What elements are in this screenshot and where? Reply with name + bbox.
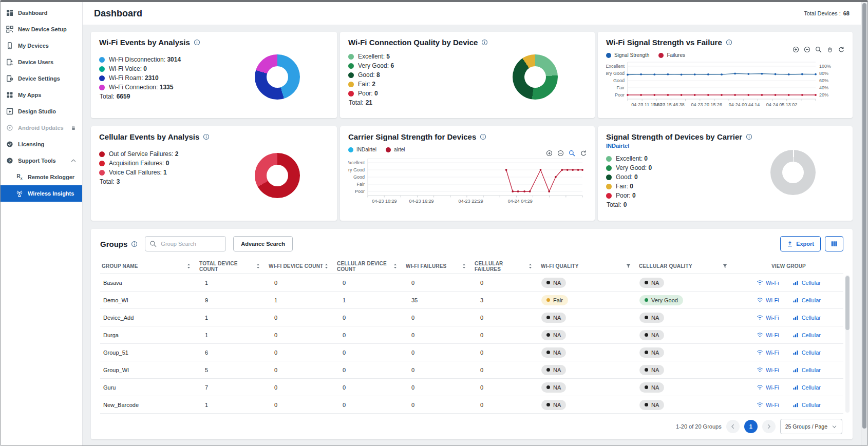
chevron-up-icon[interactable]	[70, 158, 77, 164]
zoom-in-icon[interactable]	[792, 46, 799, 53]
legend-dot	[348, 82, 354, 87]
info-icon[interactable]	[481, 39, 488, 46]
reset-icon[interactable]	[580, 150, 587, 157]
line-chart[interactable]: Excellent100%Very Good80%Good60%Fair40%P…	[606, 60, 844, 109]
table-scrollbar[interactable]	[845, 275, 850, 413]
carrier-name[interactable]: INDairtel	[606, 143, 844, 149]
window-scrollbar[interactable]	[861, 2, 867, 445]
view-cellular-link[interactable]: Cellular	[792, 349, 821, 356]
view-link-label: Wi-Fi	[766, 402, 779, 408]
wifi-icon	[757, 279, 763, 286]
scrollbar-thumb[interactable]	[845, 276, 850, 330]
cell-wifi-quality: NA	[539, 365, 637, 375]
group-search[interactable]	[145, 236, 226, 251]
svg-text:04-24 00:44:14: 04-24 00:44:14	[729, 102, 760, 107]
view-wi-fi-link[interactable]: Wi-Fi	[757, 366, 779, 373]
legend-total: Total:0	[606, 200, 844, 209]
info-icon[interactable]	[131, 241, 138, 247]
sort-icon[interactable]	[527, 263, 533, 269]
view-cellular-link[interactable]: Cellular	[792, 332, 821, 338]
cell-wifi-failures: 0	[404, 332, 473, 338]
sidebar-item-design-studio[interactable]: Design Studio	[1, 103, 82, 120]
columns-button[interactable]	[825, 236, 843, 251]
view-wi-fi-link[interactable]: Wi-Fi	[757, 384, 779, 391]
cellular-quality-badge: Very Good	[639, 295, 683, 305]
view-cellular-link[interactable]: Cellular	[792, 401, 821, 408]
sort-icon[interactable]	[186, 263, 192, 269]
sidebar-item-my-devices[interactable]: My Devices	[1, 37, 82, 54]
sidebar-item-device-settings[interactable]: Device Settings	[1, 70, 82, 87]
sort-icon[interactable]	[324, 263, 329, 269]
svg-text:20%: 20%	[819, 92, 828, 98]
view-wi-fi-link[interactable]: Wi-Fi	[757, 314, 779, 321]
device-setup-icon	[6, 26, 13, 33]
sidebar-item-wireless-insights[interactable]: Wireless Insights	[1, 185, 82, 202]
svg-text:04-23 15:46:38: 04-23 15:46:38	[653, 102, 685, 107]
zoom-out-icon[interactable]	[557, 150, 564, 157]
page-title: Dashboard	[94, 8, 142, 19]
view-cellular-link[interactable]: Cellular	[792, 366, 821, 373]
view-cellular-link[interactable]: Cellular	[792, 384, 821, 391]
sidebar-item-remote-rxlogger[interactable]: RxRemote Rxlogger	[1, 169, 82, 185]
card-carrier-signal-strength: Carrier Signal Strength for Devices INDa…	[340, 126, 595, 221]
line-chart[interactable]: ExcellentVery GoodGoodFairPoor04-23 10:2…	[348, 157, 587, 206]
view-wi-fi-link[interactable]: Wi-Fi	[757, 279, 779, 286]
info-icon[interactable]	[203, 133, 210, 140]
sort-icon[interactable]	[392, 263, 398, 269]
view-cellular-link[interactable]: Cellular	[792, 314, 821, 321]
chevron-left-icon	[730, 423, 736, 430]
sidebar-item-licensing[interactable]: Licensing	[1, 136, 82, 152]
legend-dot	[99, 85, 105, 90]
info-icon[interactable]	[726, 39, 732, 46]
cellular-icon	[792, 297, 799, 303]
filter-icon[interactable]	[626, 263, 631, 269]
badge-label: NA	[651, 280, 659, 286]
zoom-select-icon[interactable]	[815, 46, 822, 53]
info-icon[interactable]	[194, 39, 200, 46]
sidebar-item-device-users[interactable]: Device Users	[1, 54, 82, 70]
view-wi-fi-link[interactable]: Wi-Fi	[757, 297, 779, 303]
table-row: Basava10000NANAWi-FiCellular	[100, 274, 843, 292]
cell-view-group: Wi-FiCellular	[734, 332, 843, 338]
info-icon[interactable]	[480, 133, 486, 140]
card-title-text: Wi-Fi Connection Quality by Device	[348, 38, 478, 47]
export-button[interactable]: Export	[780, 236, 821, 251]
view-wi-fi-link[interactable]: Wi-Fi	[757, 349, 779, 356]
view-cellular-link[interactable]: Cellular	[792, 297, 821, 303]
current-page-button[interactable]: 1	[744, 420, 758, 433]
sidebar-item-support-tools[interactable]: ?Support Tools	[1, 152, 82, 169]
legend-dot	[348, 147, 353, 152]
sidebar-item-new-device-setup[interactable]: New Device Setup	[1, 21, 82, 37]
pan-icon[interactable]	[826, 46, 833, 53]
zoom-in-icon[interactable]	[546, 150, 553, 157]
view-cellular-link[interactable]: Cellular	[792, 279, 821, 286]
sidebar-item-my-apps[interactable]: My Apps	[1, 87, 82, 103]
sidebar-item-dashboard[interactable]: Dashboard	[1, 5, 82, 21]
sort-icon[interactable]	[461, 263, 467, 269]
cell-wifi-failures: 0	[404, 402, 473, 408]
group-search-input[interactable]	[160, 240, 220, 247]
legend-dot	[606, 184, 612, 189]
view-link-label: Wi-Fi	[766, 332, 779, 338]
sort-icon[interactable]	[255, 263, 261, 269]
filter-icon[interactable]	[722, 263, 728, 269]
svg-text:04-23 10:29: 04-23 10:29	[372, 199, 397, 204]
info-icon[interactable]	[746, 133, 752, 140]
card-cellular-events: Cellular Events by Analysis Out of Servi…	[91, 126, 337, 221]
advance-search-button[interactable]: Advance Search	[233, 236, 293, 251]
legend-dot	[606, 174, 612, 180]
cell-wifi-device-count: 0	[267, 280, 335, 286]
next-page-button[interactable]	[762, 420, 776, 433]
zoom-select-icon[interactable]	[569, 150, 575, 157]
scrollbar-thumb[interactable]	[862, 3, 866, 429]
reset-icon[interactable]	[838, 46, 844, 53]
zoom-out-icon[interactable]	[804, 46, 810, 53]
per-page-select[interactable]: 25 Groups / Page	[780, 419, 842, 434]
sidebar-item-android-updates[interactable]: Android Updates	[1, 120, 82, 136]
svg-text:80%: 80%	[819, 71, 828, 76]
cell-wifi-failures: 35	[404, 297, 473, 303]
legend-label: Excellent: 0	[616, 155, 648, 162]
view-wi-fi-link[interactable]: Wi-Fi	[757, 332, 779, 338]
prev-page-button[interactable]	[726, 420, 740, 433]
view-wi-fi-link[interactable]: Wi-Fi	[757, 401, 779, 408]
